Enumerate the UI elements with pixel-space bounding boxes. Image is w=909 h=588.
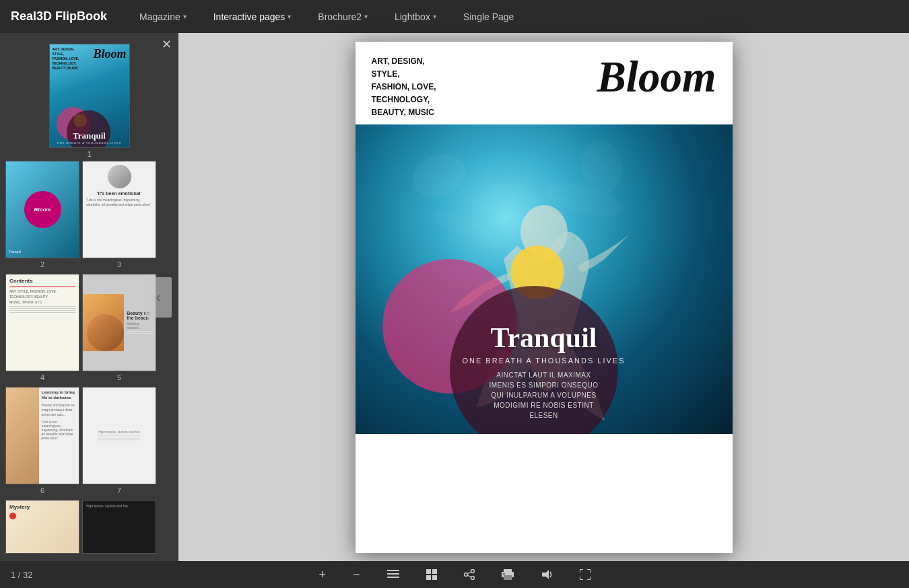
nav-lightbox-label: Lightbox — [395, 11, 430, 22]
thumb-label-3: 3 — [117, 260, 121, 268]
cover-logo: Bloom — [597, 55, 716, 99]
fullscreen-button[interactable] — [574, 566, 596, 583]
nav-magazine[interactable]: Magazine ▾ — [134, 9, 192, 25]
cover-body-text: AINCTAT LAUT IL MAXIMAX IMENIS ES SIMPOR… — [356, 370, 733, 420]
zoom-out-button[interactable]: − — [347, 565, 366, 585]
thumb-group-6-7: Learning to bring life to darkness Beaut… — [0, 384, 178, 497]
top-navigation: Real3D FlipBook Magazine ▾ Interactive p… — [0, 0, 909, 33]
app-brand: Real3D FlipBook — [11, 9, 107, 24]
thumbnail-page-2[interactable]: Bloom Tranquil 2 — [5, 161, 79, 268]
print-icon — [502, 569, 514, 580]
nav-interactive-label: Interactive pages — [213, 11, 285, 22]
grid-view-button[interactable] — [421, 566, 442, 583]
nav-lightbox[interactable]: Lightbox ▾ — [389, 9, 442, 25]
thumb-label-6: 6 — [40, 486, 44, 494]
svg-rect-15 — [504, 575, 512, 580]
svg-point-10 — [464, 573, 467, 577]
cover-text-overlay: Tranquil ONE BREATH A THOUSANDS LIVES AI… — [356, 322, 733, 434]
svg-rect-2 — [387, 573, 399, 575]
svg-line-11 — [467, 572, 471, 574]
list-icon — [387, 570, 399, 579]
svg-rect-5 — [432, 569, 437, 574]
contents-button[interactable] — [382, 567, 405, 582]
thumb-label-4: 4 — [40, 373, 44, 381]
thumbnail-page-9[interactable]: High tempo, stylism and fun — [82, 500, 156, 554]
svg-rect-1 — [387, 570, 399, 571]
cover-tagline: ART, DESIGN,STYLE,FASHION, LOVE,TECHNOLO… — [372, 55, 436, 120]
thumb-label-1: 1 — [87, 150, 91, 158]
cover-header: ART, DESIGN,STYLE,FASHION, LOVE,TECHNOLO… — [356, 42, 733, 125]
svg-point-8 — [471, 570, 474, 573]
grid-icon — [426, 569, 437, 580]
magazine-book[interactable]: ART, DESIGN,STYLE,FASHION, LOVE,TECHNOLO… — [356, 42, 733, 553]
thumb-label-5: 5 — [117, 373, 121, 381]
cover-subtitle: ONE BREATH A THOUSANDS LIVES — [356, 357, 733, 365]
thumbnail-page-4[interactable]: Contents ART, STYLE, FASHION, LOVE,TECHN… — [5, 274, 79, 381]
cover-title: Tranquil — [356, 322, 733, 354]
sound-icon — [541, 569, 553, 580]
zoom-in-button[interactable]: + — [313, 565, 331, 585]
svg-line-12 — [467, 575, 471, 577]
nav-interactive-pages[interactable]: Interactive pages ▾ — [208, 9, 297, 25]
bottom-toolbar: 1 / 32 + − — [0, 561, 909, 588]
cover-main-image: svge ⊕ Tranquil ONE BREATH A THOUSANDS L… — [356, 124, 733, 434]
current-page-display: 1 / 32 — [11, 570, 33, 580]
thumbnail-page-1[interactable]: ART, DESIGN,STYLE,FASHION, LOVE,TECHNOLO… — [5, 44, 173, 158]
svg-point-9 — [471, 577, 474, 580]
sound-button[interactable] — [535, 566, 558, 583]
chevron-down-icon: ▾ — [433, 13, 436, 20]
thumbnail-page-8[interactable]: Mystery — [5, 500, 79, 554]
svg-rect-4 — [426, 569, 431, 574]
chevron-down-icon: ▾ — [183, 13, 187, 20]
svg-rect-3 — [387, 577, 399, 578]
nav-single-page[interactable]: Single Page — [458, 9, 520, 25]
main-area: ✕ ART, DESIGN,STYLE,FASHION, LOVE,TECHNO… — [0, 33, 909, 561]
svg-rect-6 — [426, 575, 431, 580]
thumbnail-page-6[interactable]: Learning to bring life to darkness Beaut… — [5, 387, 79, 494]
nav-single-page-label: Single Page — [463, 11, 514, 22]
nav-magazine-label: Magazine — [139, 11, 180, 22]
thumbnail-page-7[interactable]: High tempo, stylism and fun 7 — [82, 387, 156, 494]
print-button[interactable] — [496, 566, 519, 583]
page-counter: 1 / 32 — [0, 561, 33, 588]
close-sidebar-button[interactable]: ✕ — [162, 37, 172, 52]
chevron-down-icon: ▾ — [288, 13, 291, 20]
svg-rect-16 — [503, 573, 505, 575]
magazine-page-1: ART, DESIGN,STYLE,FASHION, LOVE,TECHNOLO… — [356, 42, 733, 553]
thumb-label-2: 2 — [40, 260, 44, 268]
thumb-group-2-3: Bloom Tranquil 2 'it's been emotional' "… — [0, 158, 178, 271]
share-icon — [464, 569, 475, 580]
prev-page-button[interactable]: ‹ — [145, 277, 172, 318]
fullscreen-icon — [580, 569, 591, 580]
nav-brochure2[interactable]: Brochure2 ▾ — [312, 9, 373, 25]
nav-brochure2-label: Brochure2 — [318, 11, 362, 22]
thumb-group-1: ART, DESIGN,STYLE,FASHION, LOVE,TECHNOLO… — [0, 38, 178, 158]
viewer-content: ‹ ART, DESIGN,STYLE,FASHION, LOVE,TECHNO… — [178, 33, 909, 561]
thumb-label-7: 7 — [117, 486, 121, 494]
thumbnail-page-3[interactable]: 'it's been emotional' "Life is too meani… — [82, 161, 156, 268]
svg-marker-17 — [542, 570, 549, 579]
svg-rect-7 — [432, 575, 437, 580]
thumb-group-8-9: Mystery High tempo, stylism and fun — [0, 497, 178, 556]
share-button[interactable] — [459, 566, 480, 583]
chevron-down-icon: ▾ — [364, 13, 368, 20]
